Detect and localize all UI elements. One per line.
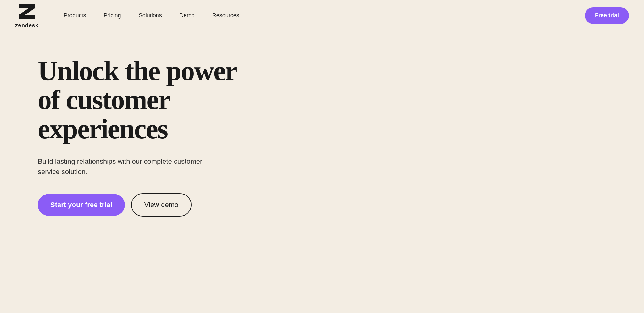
zendesk-logo-icon: [17, 2, 36, 21]
start-trial-button[interactable]: Start your free trial: [38, 194, 125, 216]
brand-name: zendesk: [15, 22, 39, 29]
nav-link-demo[interactable]: Demo: [180, 12, 195, 19]
nav-right: Free trial: [585, 7, 629, 24]
hero-subtext: Build lasting relationships with our com…: [38, 156, 220, 177]
nav-link-solutions[interactable]: Solutions: [139, 12, 162, 19]
nav-link-products[interactable]: Products: [64, 12, 86, 19]
free-trial-button[interactable]: Free trial: [585, 7, 629, 24]
nav-link-resources[interactable]: Resources: [212, 12, 239, 19]
view-demo-button[interactable]: View demo: [131, 193, 192, 217]
hero-buttons: Start your free trial View demo: [38, 193, 258, 217]
hero-headline: Unlock the power of customer experiences: [38, 57, 258, 144]
navbar: zendesk Products Pricing Solutions Demo …: [0, 0, 644, 31]
hero-section: Unlock the power of customer experiences…: [0, 31, 283, 242]
svg-marker-0: [19, 4, 35, 19]
logo[interactable]: zendesk: [15, 2, 39, 29]
nav-link-pricing[interactable]: Pricing: [104, 12, 121, 19]
nav-center: Products Pricing Solutions Demo Resource…: [39, 12, 585, 19]
nav-links: Products Pricing Solutions Demo Resource…: [64, 12, 239, 19]
